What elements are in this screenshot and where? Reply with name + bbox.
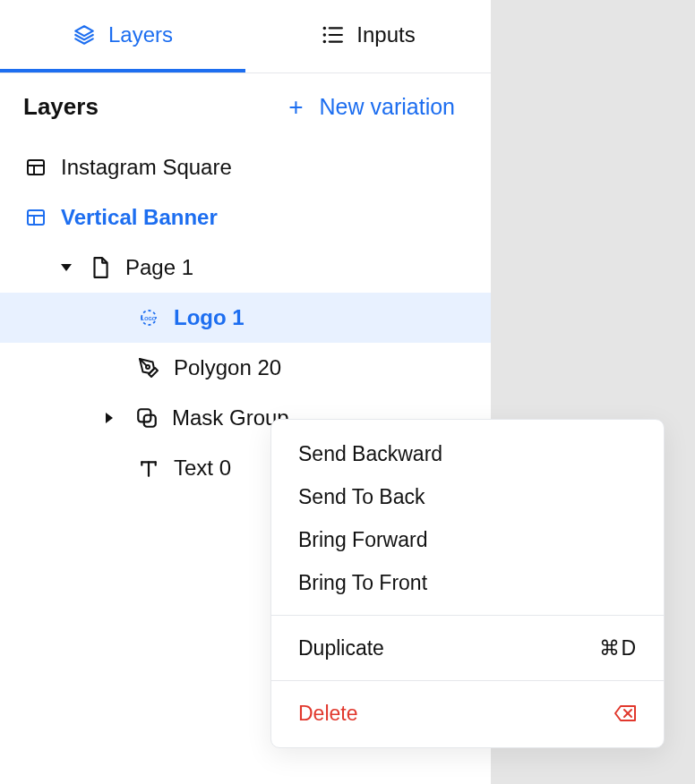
- menu-separator: [271, 615, 664, 616]
- menu-duplicate[interactable]: Duplicate ⌘D: [271, 626, 664, 669]
- tab-inputs-label: Inputs: [356, 22, 415, 47]
- layer-label: Polygon 20: [174, 355, 281, 380]
- menu-bring-forward[interactable]: Bring Forward: [271, 518, 664, 561]
- layers-icon: [73, 23, 96, 47]
- layer-label: Text 0: [174, 456, 231, 481]
- new-variation-button[interactable]: + New variation: [288, 94, 468, 120]
- svg-marker-16: [106, 413, 113, 423]
- menu-delete[interactable]: Delete: [271, 692, 664, 735]
- artboard-icon: [23, 157, 48, 178]
- menu-bring-to-front[interactable]: Bring To Front: [271, 561, 664, 604]
- tab-layers-label: Layers: [108, 22, 173, 47]
- menu-label: Send To Back: [298, 485, 425, 509]
- svg-rect-7: [28, 160, 44, 175]
- new-variation-label: New variation: [320, 94, 455, 120]
- text-icon: [136, 458, 161, 478]
- svg-marker-0: [75, 26, 93, 36]
- chevron-down-icon[interactable]: [57, 264, 75, 271]
- plus-icon: +: [288, 95, 303, 120]
- svg-text:LOGO: LOGO: [142, 316, 157, 321]
- tab-layers[interactable]: Layers: [0, 0, 245, 72]
- delete-icon: [613, 704, 637, 722]
- section-header: Layers + New variation: [0, 73, 491, 141]
- section-title: Layers: [23, 93, 99, 121]
- layer-vertical-banner[interactable]: Vertical Banner: [0, 192, 491, 243]
- layer-label: Page 1: [125, 255, 193, 280]
- page-icon: [88, 256, 113, 279]
- layer-polygon-20[interactable]: Polygon 20: [0, 343, 491, 393]
- menu-label: Send Backward: [298, 442, 442, 466]
- svg-marker-13: [61, 264, 72, 271]
- pen-icon: [136, 357, 161, 379]
- layer-label: Logo 1: [174, 305, 245, 330]
- svg-point-3: [323, 39, 326, 42]
- artboard-icon: [23, 207, 48, 228]
- layer-logo-1[interactable]: LOGO Logo 1: [0, 293, 491, 343]
- svg-point-2: [323, 33, 326, 36]
- tab-bar: Layers Inputs: [0, 0, 491, 73]
- shortcut-label: ⌘D: [599, 636, 637, 660]
- menu-separator: [271, 680, 664, 681]
- context-menu: Send Backward Send To Back Bring Forward…: [270, 419, 665, 748]
- tab-inputs[interactable]: Inputs: [245, 0, 491, 72]
- menu-send-to-back[interactable]: Send To Back: [271, 475, 664, 518]
- layer-instagram-square[interactable]: Instagram Square: [0, 142, 491, 192]
- inputs-icon: [321, 23, 344, 47]
- svg-rect-10: [28, 210, 44, 225]
- menu-label: Bring To Front: [298, 571, 427, 595]
- layer-label: Instagram Square: [61, 155, 232, 180]
- menu-send-backward[interactable]: Send Backward: [271, 432, 664, 475]
- menu-label: Bring Forward: [298, 528, 427, 552]
- layer-label: Vertical Banner: [61, 205, 218, 230]
- menu-label: Delete: [298, 702, 357, 726]
- menu-label: Duplicate: [298, 636, 384, 660]
- chevron-right-icon[interactable]: [100, 413, 118, 423]
- svg-point-1: [323, 26, 326, 29]
- logo-icon: LOGO: [136, 306, 161, 329]
- layer-page-1[interactable]: Page 1: [0, 243, 491, 293]
- svg-point-15: [146, 365, 150, 369]
- mask-group-icon: [134, 406, 159, 430]
